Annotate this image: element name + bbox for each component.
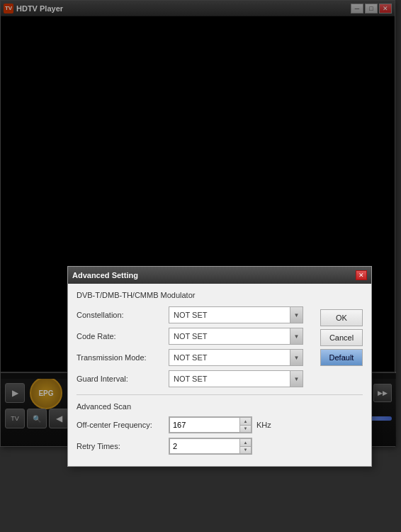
retry-times-row: Retry Times: 2 ▲ ▼ bbox=[77, 438, 363, 455]
retry-input-wrapper: 2 ▲ ▼ bbox=[169, 438, 252, 455]
transmission-mode-value: NOT SET bbox=[169, 350, 290, 365]
divider bbox=[77, 394, 363, 395]
dialog-content: DVB-T/DMB-TH/CMMB Modulator OK Cancel De… bbox=[68, 284, 371, 466]
code-rate-select[interactable]: NOT SET ▼ bbox=[169, 328, 303, 345]
dialog-close-button[interactable]: ✕ bbox=[356, 270, 367, 280]
retry-spinners: ▲ ▼ bbox=[240, 438, 252, 454]
constellation-select[interactable]: NOT SET ▼ bbox=[169, 306, 303, 323]
off-center-frequency-row: Off-center Frequency: 167 ▲ ▼ KHz bbox=[77, 416, 363, 433]
transmission-mode-select[interactable]: NOT SET ▼ bbox=[169, 349, 303, 366]
constellation-label: Constellation: bbox=[77, 311, 169, 319]
ok-button[interactable]: OK bbox=[320, 309, 363, 326]
off-center-up[interactable]: ▲ bbox=[240, 418, 251, 426]
retry-times-label: Retry Times: bbox=[77, 442, 169, 450]
code-rate-dropdown-arrow[interactable]: ▼ bbox=[290, 328, 303, 344]
dialog-action-buttons: OK Cancel Default bbox=[320, 309, 363, 366]
cancel-button[interactable]: Cancel bbox=[320, 329, 363, 346]
off-center-unit: KHz bbox=[256, 421, 271, 429]
default-button[interactable]: Default bbox=[320, 349, 363, 366]
retry-input[interactable]: 2 bbox=[169, 438, 240, 454]
off-center-spinner: 167 ▲ ▼ KHz bbox=[169, 416, 271, 433]
guard-interval-row: Guard Interval: NOT SET ▼ bbox=[77, 370, 363, 387]
dialog-title: Advanced Setting bbox=[72, 271, 138, 279]
guard-interval-value: NOT SET bbox=[169, 371, 290, 387]
off-center-spinners: ▲ ▼ bbox=[240, 417, 252, 433]
constellation-value: NOT SET bbox=[169, 307, 290, 323]
transmission-mode-dropdown-arrow[interactable]: ▼ bbox=[290, 350, 303, 365]
transmission-mode-label: Transmission Mode: bbox=[77, 353, 169, 362]
guard-interval-label: Guard Interval: bbox=[77, 375, 169, 383]
dialog-title-bar: Advanced Setting ✕ bbox=[68, 267, 371, 284]
advanced-setting-dialog: Advanced Setting ✕ DVB-T/DMB-TH/CMMB Mod… bbox=[67, 266, 372, 467]
guard-interval-dropdown-arrow[interactable]: ▼ bbox=[290, 371, 303, 387]
retry-spinner: 2 ▲ ▼ bbox=[169, 438, 252, 455]
off-center-label: Off-center Frequency: bbox=[77, 421, 169, 429]
guard-interval-select[interactable]: NOT SET ▼ bbox=[169, 370, 303, 387]
off-center-down[interactable]: ▼ bbox=[240, 426, 251, 433]
retry-up[interactable]: ▲ bbox=[240, 439, 251, 447]
code-rate-label: Code Rate: bbox=[77, 332, 169, 340]
retry-down[interactable]: ▼ bbox=[240, 447, 251, 454]
off-center-input[interactable]: 167 bbox=[169, 417, 240, 433]
dialog-subtitle: DVB-T/DMB-TH/CMMB Modulator bbox=[77, 291, 363, 299]
constellation-dropdown-arrow[interactable]: ▼ bbox=[290, 307, 303, 323]
code-rate-value: NOT SET bbox=[169, 328, 290, 344]
off-center-input-wrapper: 167 ▲ ▼ bbox=[169, 416, 252, 433]
advanced-scan-label: Advanced Scan bbox=[77, 402, 363, 411]
